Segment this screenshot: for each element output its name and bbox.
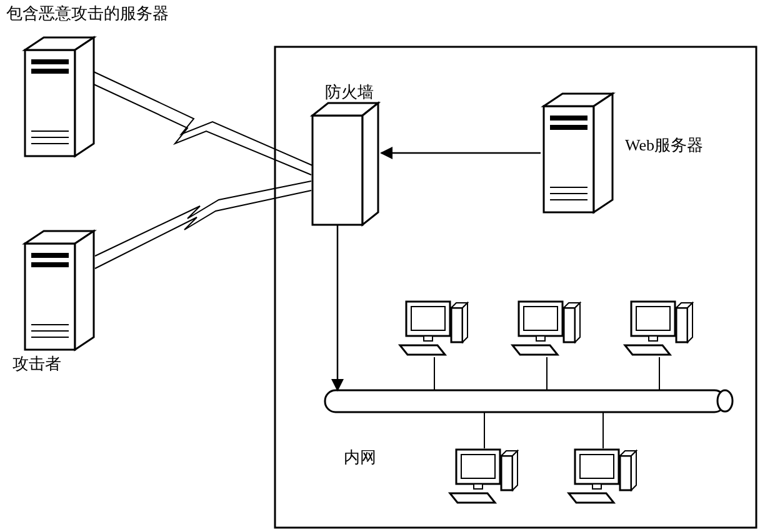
pc-top-2 — [512, 302, 580, 355]
pc-bottom-1 — [450, 450, 518, 503]
web-server-icon — [544, 94, 612, 212]
pc-top-3 — [625, 302, 692, 355]
svg-marker-17 — [362, 103, 378, 225]
diagram-svg — [0, 0, 775, 532]
diagram-canvas: 包含恶意攻击的服务器 攻击者 防火墙 Web服务器 内网 — [0, 0, 775, 532]
firewall-icon — [312, 103, 378, 225]
pc-top-1 — [400, 302, 468, 355]
attacker-server-icon — [25, 231, 94, 350]
svg-rect-15 — [312, 116, 362, 225]
svg-rect-18 — [325, 390, 725, 412]
pc-bottom-2 — [569, 450, 636, 503]
svg-point-19 — [718, 390, 732, 411]
network-bus-icon — [325, 390, 732, 412]
connection-malicious-to-firewall — [94, 72, 312, 175]
connection-attacker-to-firewall — [95, 181, 311, 268]
malicious-server-icon — [25, 37, 94, 156]
